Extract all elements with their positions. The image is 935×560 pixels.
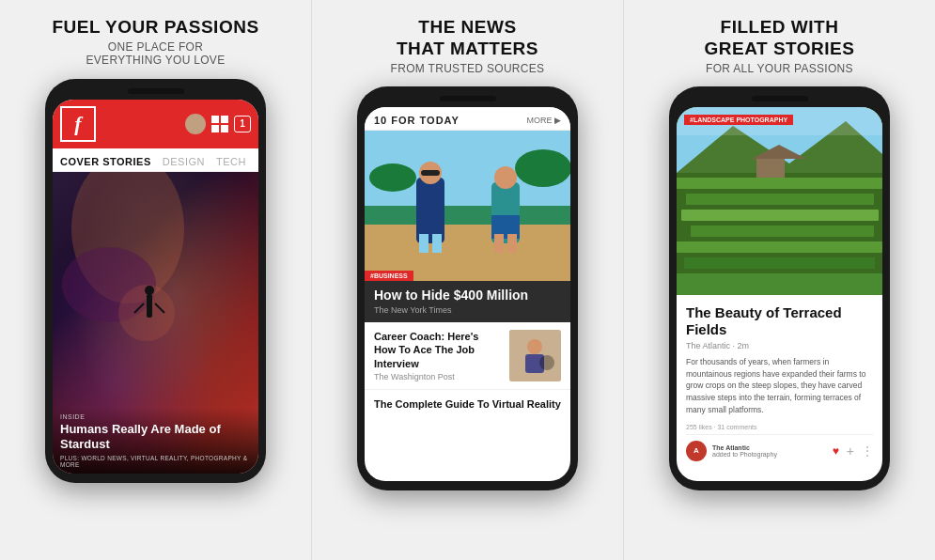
phone3-screen: #LANDSCAPE PHOTOGRAPHY The Beauty of Ter… xyxy=(677,107,882,481)
phone2-article3: The Complete Guide To Virtual Reality xyxy=(365,390,570,420)
svg-rect-22 xyxy=(507,234,517,253)
phone2-article2: Career Coach: Here's How To Ace The Job … xyxy=(365,322,570,390)
phone1-icons: 1 xyxy=(185,114,251,134)
tab-cover-stories[interactable]: COVER STORIES xyxy=(60,156,151,167)
section3-main-title: FILLED WITHGREAT STORIES xyxy=(705,17,855,60)
svg-rect-32 xyxy=(681,210,879,221)
phone3-hero: #LANDSCAPE PHOTOGRAPHY xyxy=(677,107,882,295)
svg-point-5 xyxy=(145,286,154,295)
article2-source: The Washignton Post xyxy=(374,372,502,381)
svg-rect-4 xyxy=(147,294,152,318)
phone2-notch xyxy=(440,96,496,101)
section1-heading: FUEL YOUR PASSIONS ONE PLACE FOREVERYTHI… xyxy=(52,17,258,68)
add-icon[interactable]: + xyxy=(847,443,854,459)
section3-heading: FILLED WITHGREAT STORIES FOR ALL YOUR PA… xyxy=(705,17,855,75)
article1-headline[interactable]: How to Hide $400 Million xyxy=(374,287,561,303)
phone2-frame: 10 FOR TODAY MORE ▶ xyxy=(357,86,578,490)
flipboard-logo: f xyxy=(60,106,96,142)
section2-sub-title: FROM TRUSTED SOURCES xyxy=(391,62,545,75)
footer-attribution: The Atlantic added to Photography xyxy=(712,444,777,458)
avatar[interactable] xyxy=(185,114,206,134)
hero-illustration xyxy=(365,131,570,281)
phone2-header-bar: 10 FOR TODAY MORE ▶ xyxy=(365,107,570,131)
phone3-frame: #LANDSCAPE PHOTOGRAPHY The Beauty of Ter… xyxy=(669,86,890,490)
terraced-fields-image xyxy=(677,107,882,295)
article2-image xyxy=(509,330,561,381)
attribution-name: The Atlantic xyxy=(712,444,777,451)
svg-rect-13 xyxy=(416,178,444,243)
svg-point-11 xyxy=(369,163,416,192)
atlantic-logo: A xyxy=(686,441,707,461)
section1-sub-title: ONE PLACE FOREVERYTHING YOU LOVE xyxy=(52,40,258,68)
section-news-matters: THE NEWSTHAT MATTERS FROM TRUSTED SOURCE… xyxy=(312,0,624,560)
phone1-image-area: INSIDE Humans Really Are Made of Stardus… xyxy=(53,172,258,474)
article1-source: The New York Times xyxy=(374,305,561,315)
phone3-article-body: For thousands of years, when farmers in … xyxy=(686,356,873,416)
svg-point-19 xyxy=(494,166,517,189)
svg-rect-31 xyxy=(686,194,874,205)
inside-label: INSIDE xyxy=(60,413,251,420)
svg-rect-33 xyxy=(691,226,874,237)
section1-main-title: FUEL YOUR PASSIONS xyxy=(52,17,258,39)
svg-point-24 xyxy=(527,339,542,354)
svg-rect-17 xyxy=(432,234,442,253)
article2-thumbnail xyxy=(509,330,561,381)
landscape-tag: #LANDSCAPE PHOTOGRAPHY xyxy=(684,115,793,125)
svg-rect-21 xyxy=(494,234,504,253)
article2-text: Career Coach: Here's How To Ace The Job … xyxy=(374,330,502,381)
section3-sub-title: FOR ALL YOUR PASSIONS xyxy=(705,62,855,75)
more-options-icon[interactable]: ⋮ xyxy=(862,444,873,458)
article2-headline: Career Coach: Here's How To Ace The Job … xyxy=(374,330,502,370)
phone3-notch xyxy=(752,96,808,101)
phone1-notch xyxy=(128,88,184,94)
phone1-frame: f 1 COVER STORIES DESIGN TECH xyxy=(45,79,266,483)
svg-rect-15 xyxy=(421,170,440,176)
more-topics: PLUS: WORLD NEWS, VIRTUAL REALITY, PHOTO… xyxy=(60,455,251,468)
phone1-screen: f 1 COVER STORIES DESIGN TECH xyxy=(53,100,258,474)
phone2-hero: #BUSINESS xyxy=(365,131,570,281)
phone1-header: f 1 xyxy=(53,100,258,148)
phone3-article-source: The Atlantic · 2m xyxy=(686,341,873,350)
heart-icon[interactable]: ♥ xyxy=(833,444,839,458)
phone2-article1: How to Hide $400 Million The New York Ti… xyxy=(365,281,570,322)
attribution-sub: added to Photography xyxy=(712,451,777,458)
grid-icon[interactable] xyxy=(211,116,228,132)
phone1-tabs: COVER STORIES DESIGN TECH xyxy=(53,148,258,172)
svg-rect-35 xyxy=(684,257,875,269)
section2-main-title: THE NEWSTHAT MATTERS xyxy=(391,17,545,60)
more-button[interactable]: MORE ▶ xyxy=(526,116,561,125)
phone3-content: The Beauty of Terraced Fields The Atlant… xyxy=(677,295,882,481)
svg-rect-36 xyxy=(677,273,882,295)
section-great-stories: FILLED WITHGREAT STORIES FOR ALL YOUR PA… xyxy=(624,0,935,560)
notification-badge[interactable]: 1 xyxy=(234,116,251,132)
phone2-screen: 10 FOR TODAY MORE ▶ xyxy=(365,107,570,481)
section-fuel-passions: FUEL YOUR PASSIONS ONE PLACE FOREVERYTHI… xyxy=(0,0,312,560)
tab-tech[interactable]: TECH xyxy=(216,156,246,167)
article3-headline[interactable]: The Complete Guide To Virtual Reality xyxy=(374,397,561,411)
ten-for-today-title: 10 FOR TODAY xyxy=(374,115,460,126)
article-title-stardust[interactable]: Humans Really Are Made of Stardust xyxy=(60,422,251,451)
svg-point-26 xyxy=(539,355,554,370)
flipboard-f: f xyxy=(74,112,81,136)
svg-point-10 xyxy=(515,149,570,187)
phone3-footer: A The Atlantic added to Photography ♥ + … xyxy=(686,434,873,461)
svg-rect-37 xyxy=(756,159,785,178)
tab-design[interactable]: DESIGN xyxy=(163,156,205,167)
svg-rect-16 xyxy=(419,234,429,253)
business-tag: #BUSINESS xyxy=(365,271,413,281)
svg-rect-30 xyxy=(677,178,882,189)
article-stats: 255 likes · 31 comments xyxy=(686,424,873,430)
svg-rect-34 xyxy=(677,241,882,253)
main-container: FUEL YOUR PASSIONS ONE PLACE FOREVERYTHI… xyxy=(0,0,935,560)
phone1-caption: INSIDE Humans Really Are Made of Stardus… xyxy=(53,408,258,473)
footer-actions: ♥ + ⋮ xyxy=(833,443,873,459)
section2-heading: THE NEWSTHAT MATTERS FROM TRUSTED SOURCE… xyxy=(391,17,545,75)
phone3-article-title[interactable]: The Beauty of Terraced Fields xyxy=(686,304,873,338)
